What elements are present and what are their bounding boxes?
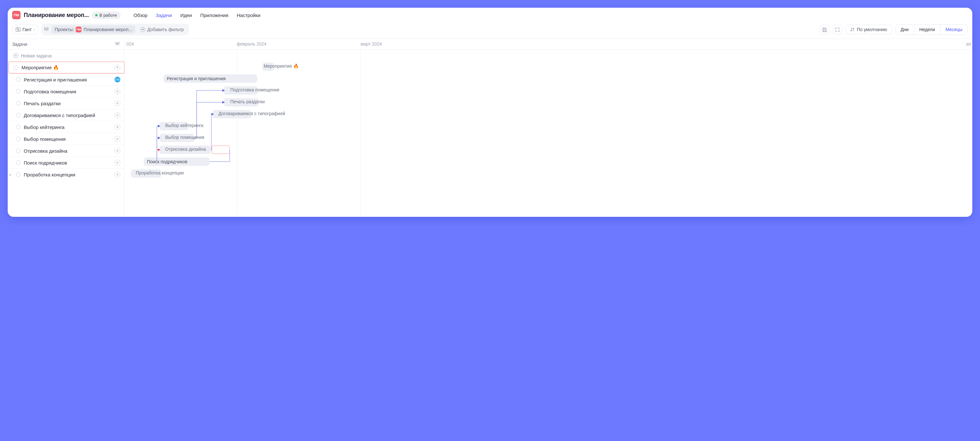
task-label: Выбор кейтеринга — [24, 124, 64, 130]
app-window: ПМ Планирование мероп... В работе Обзор … — [8, 8, 972, 217]
svg-point-10 — [117, 44, 118, 45]
gantt-bar-label: Выбор кейтеринга — [165, 123, 204, 128]
gantt-bar-label: Мероприятие 🔥 — [264, 64, 299, 68]
filter-chip-projects[interactable]: Проекты: ПМ Планирование мероп... — [51, 25, 135, 34]
view-selector[interactable]: Гант › — [12, 25, 38, 34]
task-label: Печать раздатки — [24, 101, 60, 106]
svg-point-5 — [48, 27, 48, 29]
status-label: В работе — [99, 13, 117, 18]
task-row[interactable]: Договариваемся с типографией — [8, 109, 124, 121]
task-row[interactable]: Подготовка помещения — [8, 85, 124, 97]
gantt-bar-contractors[interactable]: Поиск подрядчиков — [144, 158, 210, 166]
circle-icon[interactable] — [16, 148, 21, 153]
gantt-bar-label: Выбор помещения — [165, 135, 204, 140]
save-icon — [822, 27, 827, 32]
task-label: Договариваемся с типографией — [24, 113, 95, 118]
project-title[interactable]: Планирование мероп... — [24, 12, 89, 19]
sidebar-head: Задачи — [8, 39, 124, 50]
sliders-icon[interactable] — [44, 27, 49, 32]
assignee-avatar[interactable]: ЕМ — [115, 76, 120, 83]
svg-point-9 — [116, 43, 116, 44]
nav-overview[interactable]: Обзор — [134, 13, 147, 18]
sidebar-heading: Задачи — [12, 42, 27, 47]
gantt-bar-label: Печать раздатки — [230, 99, 265, 104]
gantt-area[interactable]: 024 февраль 2024 март 2024 ап Мероприяти… — [124, 39, 972, 217]
timeline-header: 024 февраль 2024 март 2024 ап — [124, 39, 972, 50]
filter-chip-prefix: Проекты: — [54, 27, 74, 32]
gantt-body: Мероприятие 🔥 Регистрация и приглашения … — [124, 50, 972, 217]
nav-apps[interactable]: Приложения — [200, 13, 228, 18]
zoom-months[interactable]: Месяцы — [940, 25, 967, 34]
task-row[interactable]: Регистрация и приглашения ЕМ — [8, 73, 124, 85]
svg-point-4 — [46, 29, 47, 30]
circle-icon[interactable] — [14, 65, 18, 70]
circle-icon[interactable] — [16, 77, 21, 82]
timeline-label: февраль 2024 — [237, 41, 267, 46]
sort-icon — [850, 27, 854, 32]
task-row[interactable]: Поиск подрядчиков — [8, 156, 124, 169]
status-pill[interactable]: В работе — [92, 11, 121, 19]
project-badge[interactable]: ПМ — [12, 11, 21, 19]
new-task-button[interactable]: Новая задача — [8, 50, 124, 62]
nav-tasks[interactable]: Задачи — [156, 13, 172, 18]
gantt-bar-label: Подготовка помещения — [230, 87, 279, 92]
save-button[interactable] — [820, 25, 830, 34]
gantt-icon — [16, 27, 21, 32]
task-label: Отрисовка дизайна — [24, 148, 67, 154]
zoom-weeks[interactable]: Недели — [914, 25, 940, 34]
sliders-icon[interactable] — [115, 41, 120, 47]
caret-right-icon[interactable]: ▸ — [10, 173, 11, 177]
add-filter-label: Добавить фильтр — [147, 27, 184, 32]
task-label: Мероприятие 🔥 — [21, 65, 59, 70]
content-area: Задачи Новая задача Мероприятие 🔥 Регист… — [8, 39, 972, 217]
assignee-slot[interactable] — [115, 89, 120, 94]
filter-chip-text: Планирование мероп... — [83, 27, 132, 32]
task-label: Подготовка помещения — [24, 89, 76, 94]
circle-icon[interactable] — [16, 125, 21, 129]
circle-icon[interactable] — [16, 113, 21, 118]
task-row[interactable]: Печать раздатки — [8, 97, 124, 109]
gantt-bar-label: Отрисовка дизайна — [165, 146, 206, 152]
expand-button[interactable] — [833, 25, 842, 34]
task-label: Выбор помещения — [24, 136, 66, 142]
task-row[interactable]: Отрисовка дизайна — [8, 145, 124, 156]
task-row[interactable]: ▸ Проработка концепции — [8, 169, 124, 180]
assignee-slot[interactable] — [115, 136, 120, 142]
circle-icon[interactable] — [16, 137, 21, 141]
nav-ideas[interactable]: Идеи — [180, 13, 192, 18]
assignee-slot[interactable] — [115, 112, 120, 118]
new-task-label: Новая задача — [21, 53, 52, 58]
assignee-slot[interactable] — [115, 65, 120, 70]
svg-point-11 — [118, 42, 119, 43]
circle-icon[interactable] — [16, 101, 21, 105]
plus-circle-icon — [13, 53, 18, 58]
assignee-slot[interactable] — [115, 148, 120, 154]
task-list: Мероприятие 🔥 Регистрация и приглашения … — [8, 62, 124, 180]
zoom-group: Дни Недели Месяцы — [895, 24, 968, 35]
expand-icon — [835, 27, 840, 32]
assignee-slot[interactable] — [115, 100, 120, 106]
status-dot-icon — [95, 14, 97, 16]
add-filter-button[interactable]: Добавить фильтр — [138, 25, 186, 33]
circle-icon[interactable] — [16, 89, 21, 94]
gridline — [361, 50, 361, 217]
assignee-slot[interactable] — [115, 172, 120, 177]
topbar: ПМ Планирование мероп... В работе Обзор … — [8, 8, 972, 22]
zoom-days[interactable]: Дни — [896, 25, 914, 34]
task-row[interactable]: Мероприятие 🔥 — [8, 62, 124, 73]
assignee-slot[interactable] — [115, 124, 120, 130]
filter-chip-badge: ПМ — [76, 27, 81, 32]
assignee-slot[interactable] — [115, 160, 120, 166]
circle-icon[interactable] — [16, 172, 21, 177]
nav-settings[interactable]: Настройки — [237, 13, 261, 18]
sort-selector[interactable]: По умолчанию — [846, 25, 892, 34]
sort-label: По умолчанию — [857, 27, 887, 32]
chevron-right-icon: › — [34, 27, 35, 32]
svg-point-3 — [45, 28, 46, 29]
gantt-bar-registration[interactable]: Регистрация и приглашения — [164, 75, 257, 83]
top-nav: Обзор Задачи Идеи Приложения Настройки — [134, 13, 260, 18]
task-row[interactable]: Выбор кейтеринга — [8, 121, 124, 133]
circle-icon[interactable] — [16, 160, 21, 165]
toolbar: Гант › Проекты: ПМ Планирование мероп...… — [8, 22, 972, 39]
task-row[interactable]: Выбор помещения — [8, 133, 124, 145]
